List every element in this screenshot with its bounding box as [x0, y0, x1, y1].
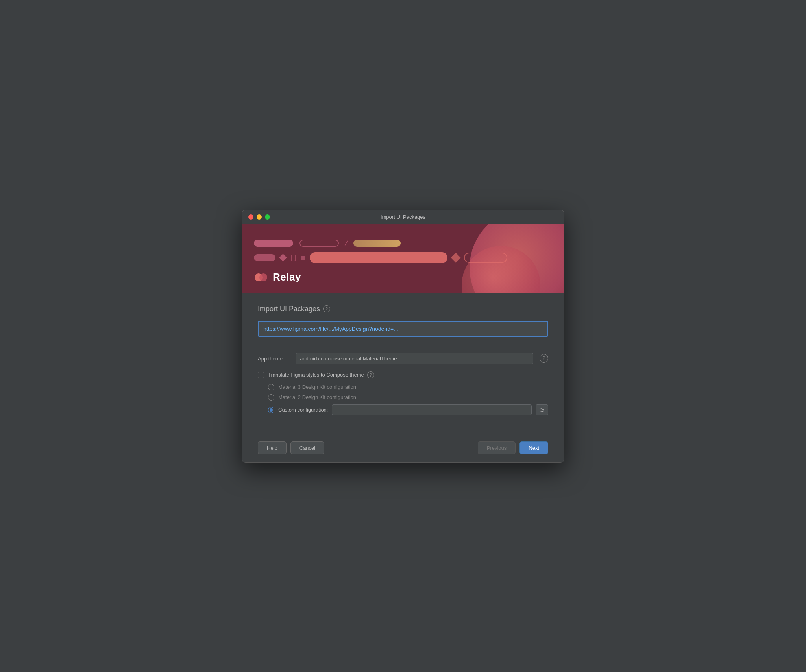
deco-pill-long [310, 252, 447, 263]
relay-logo: Relay [254, 270, 301, 284]
footer-right: Previous Next [478, 441, 548, 454]
window-title: Import UI Packages [381, 214, 425, 220]
app-theme-label: App theme: [258, 356, 289, 362]
close-button[interactable] [248, 214, 253, 220]
deco-square [301, 256, 305, 260]
figma-url-input[interactable] [259, 322, 547, 336]
translate-help-icon[interactable]: ? [367, 371, 374, 378]
radio-group: Material 3 Design Kit configuration Mate… [258, 384, 548, 415]
section-help-icon[interactable]: ? [323, 305, 330, 312]
material2-radio-row: Material 2 Design Kit configuration [268, 394, 548, 401]
next-button[interactable]: Next [519, 441, 548, 454]
folder-button[interactable]: 🗂 [536, 404, 548, 415]
translate-checkbox[interactable] [258, 372, 264, 378]
deco-slash: / [344, 239, 348, 247]
material2-label: Material 2 Design Kit configuration [278, 394, 356, 400]
footer: Help Cancel Previous Next [242, 435, 564, 462]
maximize-button[interactable] [265, 214, 270, 220]
section-title: Import UI Packages ? [258, 305, 548, 313]
deco-pill-1 [254, 240, 293, 247]
translate-checkbox-row: Translate Figma styles to Compose theme … [258, 371, 548, 378]
app-theme-row: App theme: ? [258, 353, 548, 364]
custom-label: Custom configuration: [278, 407, 328, 413]
folder-icon: 🗂 [539, 407, 545, 413]
deco-diamond-1 [279, 254, 287, 262]
dialog-window: Import UI Packages / [ ] [242, 210, 564, 463]
relay-logo-icon [254, 270, 268, 284]
cancel-button[interactable]: Cancel [290, 441, 324, 454]
deco-bracket: [ ] [290, 253, 296, 262]
app-theme-help-icon[interactable]: ? [540, 354, 548, 363]
traffic-lights [248, 214, 270, 220]
custom-config-row: Custom configuration: 🗂 [268, 404, 548, 415]
previous-button[interactable]: Previous [478, 441, 516, 454]
divider [258, 345, 548, 345]
material3-label: Material 3 Design Kit configuration [278, 384, 356, 390]
title-bar: Import UI Packages [242, 210, 564, 224]
translate-label: Translate Figma styles to Compose theme … [268, 371, 374, 378]
custom-config-input[interactable] [332, 404, 532, 415]
banner: / [ ] Relay [242, 224, 564, 293]
relay-logo-text: Relay [273, 271, 301, 283]
deco-pill-short [254, 254, 275, 261]
custom-radio[interactable] [268, 407, 274, 413]
deco-diamond-2 [451, 253, 460, 262]
main-content: Import UI Packages ? App theme: ? Transl… [242, 293, 564, 427]
url-input-wrapper [258, 321, 548, 337]
material3-radio[interactable] [268, 384, 274, 390]
minimize-button[interactable] [257, 214, 262, 220]
svg-point-1 [259, 273, 267, 281]
material3-radio-row: Material 3 Design Kit configuration [268, 384, 548, 390]
help-button[interactable]: Help [258, 441, 287, 454]
deco-pill-outline [299, 240, 339, 247]
material2-radio[interactable] [268, 394, 274, 401]
deco-pill-outline-salmon [464, 253, 507, 263]
app-theme-input[interactable] [296, 353, 533, 364]
deco-pill-gradient [353, 240, 401, 247]
footer-left: Help Cancel [258, 441, 324, 454]
